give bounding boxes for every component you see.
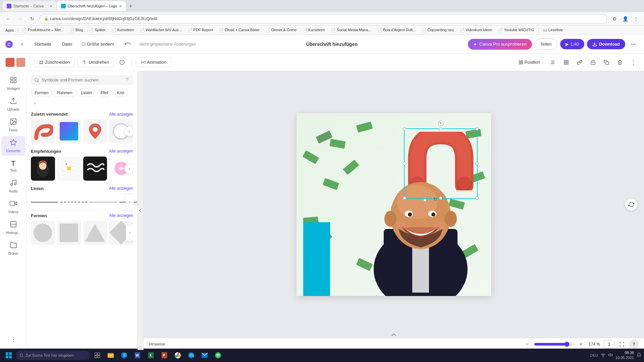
taskbar-edge[interactable]: [118, 349, 130, 361]
volume-icon[interactable]: [608, 353, 613, 358]
tab2-close[interactable]: ✕: [119, 4, 122, 8]
play-button[interactable]: ▶ 1:40: [560, 39, 584, 49]
profile-button[interactable]: 👤: [621, 14, 630, 23]
filter-tab-formen[interactable]: Formen: [31, 89, 52, 97]
color-swatch-1[interactable]: [5, 58, 15, 67]
filter-icon[interactable]: [125, 77, 130, 83]
back-button[interactable]: ←: [3, 14, 13, 23]
shape-triangle[interactable]: [83, 221, 107, 245]
share-button[interactable]: Teilen: [535, 39, 557, 50]
recent-item-1[interactable]: [31, 119, 55, 143]
bookmark-bois[interactable]: 📄 Bois d'Argent Duft...: [375, 27, 419, 33]
shapes-see-all[interactable]: Alle anzeigen: [109, 213, 133, 218]
copy-button[interactable]: [601, 57, 612, 68]
recommendations-see-all[interactable]: Alle anzeigen: [109, 149, 133, 154]
taskbar-powerpoint[interactable]: P: [158, 349, 170, 361]
taskbar-spotify[interactable]: [212, 349, 224, 361]
filter-tab-pfeil[interactable]: Pfeil: [97, 89, 112, 97]
start-button[interactable]: [3, 349, 15, 361]
sidebar-item-audio[interactable]: Audio: [1, 176, 25, 196]
shapes-scroll-right[interactable]: ›: [126, 225, 133, 241]
line-dashed[interactable]: [60, 197, 87, 207]
browser-tab-2[interactable]: Überschrift hinzufügen – Logo ✕: [57, 1, 126, 11]
line-dotted[interactable]: [90, 197, 117, 207]
filter-tabs-more[interactable]: ›: [31, 98, 39, 108]
sidebar-item-ordner[interactable]: Ordner: [1, 239, 25, 258]
canvas-scroll-down[interactable]: [386, 332, 402, 338]
bookmark-social[interactable]: 📄 Social Media Mana...: [328, 27, 374, 33]
recent-item-3[interactable]: [83, 119, 107, 143]
crop-button[interactable]: Zuschneiden: [34, 57, 75, 67]
person-image[interactable]: [350, 128, 491, 296]
more-options-button[interactable]: ⋮: [631, 14, 641, 23]
try-pro-button[interactable]: ✦ Canva Pro ausprobieren: [468, 39, 532, 50]
help-button[interactable]: ?: [629, 340, 639, 349]
sidebar-item-fotos[interactable]: Fotos: [1, 115, 25, 135]
collapse-panel-button[interactable]: [138, 71, 144, 350]
recently-used-scroll-right[interactable]: ›: [124, 127, 133, 136]
new-tab-button[interactable]: +: [126, 2, 135, 10]
fullscreen-button[interactable]: [617, 340, 627, 349]
rec-item-3[interactable]: [83, 157, 107, 181]
taskbar-mail[interactable]: [199, 349, 211, 361]
network-icon[interactable]: [601, 353, 605, 358]
bookmark-apps[interactable]: Apps: [3, 27, 16, 33]
bookmark-cload[interactable]: 📄 Cload + Canva Bilder: [216, 27, 262, 33]
cyan-rectangle[interactable]: [303, 222, 330, 296]
shape-rect[interactable]: [57, 221, 81, 245]
more-options-app-button[interactable]: [628, 39, 639, 50]
color-swatch-2[interactable]: [16, 58, 25, 67]
bookmark-kursideen[interactable]: 📄 Kursideen: [109, 27, 137, 33]
back-to-home-button[interactable]: [17, 39, 28, 50]
position-button[interactable]: Position: [514, 58, 545, 67]
reload-button[interactable]: ↻: [28, 14, 37, 23]
taskbar-chrome[interactable]: [172, 349, 184, 361]
task-view-button[interactable]: [91, 349, 103, 361]
time-display[interactable]: 08:36 10.05.2021: [615, 350, 634, 361]
filter-tab-kreis[interactable]: Krei: [113, 89, 128, 97]
align-button[interactable]: [547, 57, 558, 68]
grid-button[interactable]: [561, 57, 572, 68]
recommendations-scroll-right[interactable]: ›: [124, 164, 133, 173]
sidebar-item-hintergrund[interactable]: Hintergr...: [1, 218, 25, 237]
bookmark-pdf[interactable]: 📄 PDF Report: [185, 27, 216, 33]
download-button[interactable]: Download: [587, 39, 625, 49]
line-solid[interactable]: [31, 197, 58, 207]
more-options-toolbar[interactable]: ⋮: [628, 57, 639, 68]
taskbar-excel[interactable]: X: [145, 349, 157, 361]
bookmark-leseliste[interactable]: 📖 Leseliste: [540, 27, 566, 33]
sidebar-item-videos[interactable]: Videos: [1, 197, 25, 217]
taskbar-explorer[interactable]: [105, 349, 117, 361]
sidebar-item-vorlagen[interactable]: Vorlagen: [1, 74, 25, 93]
bookmark-copywriting[interactable]: 📄 Copywriting neu: [419, 27, 457, 33]
bookmark-videokurs[interactable]: 📄 Videokurs Ideen: [457, 27, 495, 33]
sidebar-more-button[interactable]: [7, 334, 19, 347]
delete-button[interactable]: [614, 57, 625, 68]
design-canvas[interactable]: ↻: [297, 113, 491, 296]
recent-item-2[interactable]: [57, 119, 81, 143]
file-menu[interactable]: Datei: [58, 40, 76, 49]
bookmark-blog[interactable]: 📄 Blog: [67, 27, 86, 33]
bookmark-dinner[interactable]: 📄 Dinner & Crime: [263, 27, 299, 33]
shape-circle[interactable]: [31, 221, 55, 245]
canvas-refresh-button[interactable]: [625, 198, 637, 210]
zoom-slider[interactable]: [534, 342, 574, 347]
sidebar-item-elemente[interactable]: Elemente: [1, 136, 25, 156]
bookmark-produktsuche[interactable]: 📄 Produktsuche – Mer...: [19, 27, 66, 33]
taskbar-word[interactable]: W: [131, 349, 144, 361]
browser-tab-1[interactable]: Startseite – Canva ✕: [3, 1, 56, 11]
zoom-out-button[interactable]: −: [523, 340, 531, 348]
bookmark-spaeter[interactable]: 📄 Später: [86, 27, 108, 33]
sidebar-item-text[interactable]: T Text: [1, 157, 25, 175]
flip-button[interactable]: Umdrehen: [77, 57, 114, 67]
shape-diamond[interactable]: ›: [109, 221, 133, 245]
bookmark-youtube[interactable]: 📄 Youtube WICHTIG: [495, 27, 537, 33]
lock-button[interactable]: [588, 57, 598, 68]
resize-menu[interactable]: Größe ändern: [77, 40, 118, 49]
home-label[interactable]: Startseite: [32, 41, 54, 48]
midpoint-handle[interactable]: [423, 198, 427, 202]
zoom-in-button[interactable]: +: [577, 340, 585, 348]
filter-tab-rahmen[interactable]: Rahmen: [53, 89, 76, 97]
extensions-button[interactable]: ⚙: [610, 14, 619, 23]
taskbar-search[interactable]: Zur Suche Text hier eingeben: [16, 351, 90, 360]
